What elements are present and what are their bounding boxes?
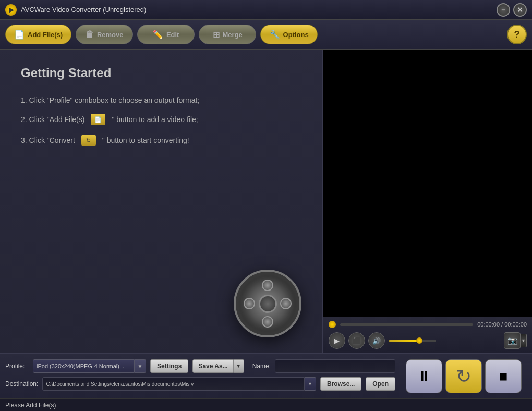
time-display: 00:00:00 / 00:00:00 (477, 321, 527, 328)
help-button[interactable]: ? (507, 25, 527, 44)
add-files-icon: 📄 (14, 30, 25, 40)
convert-icon: ↻ (456, 366, 471, 388)
merge-icon: ⊞ (213, 30, 220, 40)
profile-select-arrow[interactable]: ▼ (135, 359, 146, 373)
progress-track[interactable] (340, 323, 473, 326)
reel-center (259, 295, 277, 313)
action-buttons: ⏸ ↻ ■ (401, 359, 527, 393)
instruction-1: 1. Click "Profile" combobox to choose an… (21, 96, 301, 104)
progress-handle[interactable] (329, 321, 336, 328)
add-files-button[interactable]: 📄 Add File(s) (5, 25, 71, 44)
video-controls: 00:00:00 / 00:00:00 ▶ ⬛ 🔊 📷 ▼ (323, 317, 532, 353)
merge-button[interactable]: ⊞ Merge (199, 25, 256, 44)
add-file-inline-icon: 📄 (91, 114, 105, 125)
app-title: AVCWare Video Converter (Unregistered) (21, 6, 493, 14)
close-button[interactable]: ✕ (513, 3, 527, 17)
save-as-dropdown[interactable]: ▼ (234, 359, 244, 373)
toolbar: 📄 Add File(s) 🗑 Remove ✏️ Edit ⊞ Merge 🔧… (0, 20, 532, 50)
screenshot-dropdown[interactable]: ▼ (521, 334, 527, 347)
screenshot-button[interactable]: 📷 (504, 332, 521, 349)
profile-row: Profile: iPod (320x240)MPEG-4 Normal)...… (5, 359, 395, 373)
open-button[interactable]: Open (366, 377, 395, 391)
convert-inline-icon: ↻ (81, 135, 96, 146)
instruction-3: 3. Click "Convert ↻ " button to start co… (21, 135, 301, 146)
destination-path: C:\Documents and Settings\elena.santos\M… (42, 377, 305, 391)
remove-icon: 🗑 (86, 30, 94, 39)
getting-started-panel: Getting Started 1. Click "Profile" combo… (0, 50, 323, 353)
video-preview (323, 50, 532, 317)
stop-button[interactable]: ■ (485, 359, 522, 393)
destination-label: Destination: (5, 380, 38, 388)
video-preview-panel: 00:00:00 / 00:00:00 ▶ ⬛ 🔊 📷 ▼ (323, 50, 532, 353)
pause-button[interactable]: ⏸ (406, 359, 442, 393)
profile-select-container: iPod (320x240)MPEG-4 Normal)... ▼ (33, 359, 146, 373)
remove-button[interactable]: 🗑 Remove (76, 25, 133, 44)
status-bar: Please Add File(s) (0, 398, 532, 411)
volume-thumb (416, 337, 422, 344)
progress-bar-container: 00:00:00 / 00:00:00 (329, 321, 527, 328)
title-bar: ▶ AVCWare Video Converter (Unregistered)… (0, 0, 532, 20)
profile-select[interactable]: iPod (320x240)MPEG-4 Normal)... (33, 359, 135, 373)
bottom-section: Profile: iPod (320x240)MPEG-4 Normal)...… (0, 353, 532, 398)
pause-icon: ⏸ (417, 368, 431, 385)
app-icon: ▶ (5, 4, 17, 16)
main-content: Getting Started 1. Click "Profile" combo… (0, 50, 532, 353)
name-label: Name: (252, 362, 271, 370)
destination-dropdown[interactable]: ▼ (305, 377, 316, 391)
name-input[interactable] (275, 359, 395, 373)
profile-section: Profile: iPod (320x240)MPEG-4 Normal)...… (5, 359, 395, 393)
minimize-button[interactable]: − (497, 3, 510, 17)
volume-button[interactable]: 🔊 (368, 332, 385, 349)
edit-button[interactable]: ✏️ Edit (137, 25, 195, 44)
edit-icon: ✏️ (153, 30, 163, 40)
film-reel-graphic (21, 270, 301, 337)
play-button[interactable]: ▶ (329, 332, 345, 349)
browse-button[interactable]: Browse... (320, 377, 361, 391)
options-button[interactable]: 🔧 Options (260, 25, 318, 44)
stop-icon: ■ (499, 368, 508, 385)
playback-controls: ▶ ⬛ 🔊 📷 ▼ (329, 332, 527, 349)
stop-button[interactable]: ⬛ (348, 332, 365, 349)
volume-track[interactable] (389, 340, 436, 342)
destination-row: Destination: C:\Documents and Settings\e… (5, 377, 395, 391)
status-message: Please Add File(s) (5, 402, 56, 409)
destination-path-container: C:\Documents and Settings\elena.santos\M… (42, 377, 316, 391)
convert-button[interactable]: ↻ (445, 359, 482, 393)
reel (234, 270, 301, 337)
options-icon: 🔧 (270, 30, 280, 40)
instruction-2: 2. Click "Add File(s) 📄 " button to add … (21, 114, 301, 125)
volume-fill (389, 340, 417, 342)
settings-button[interactable]: Settings (150, 359, 188, 373)
save-as-button[interactable]: Save As... (192, 359, 233, 373)
profile-label: Profile: (5, 362, 29, 370)
getting-started-title: Getting Started (21, 66, 301, 80)
